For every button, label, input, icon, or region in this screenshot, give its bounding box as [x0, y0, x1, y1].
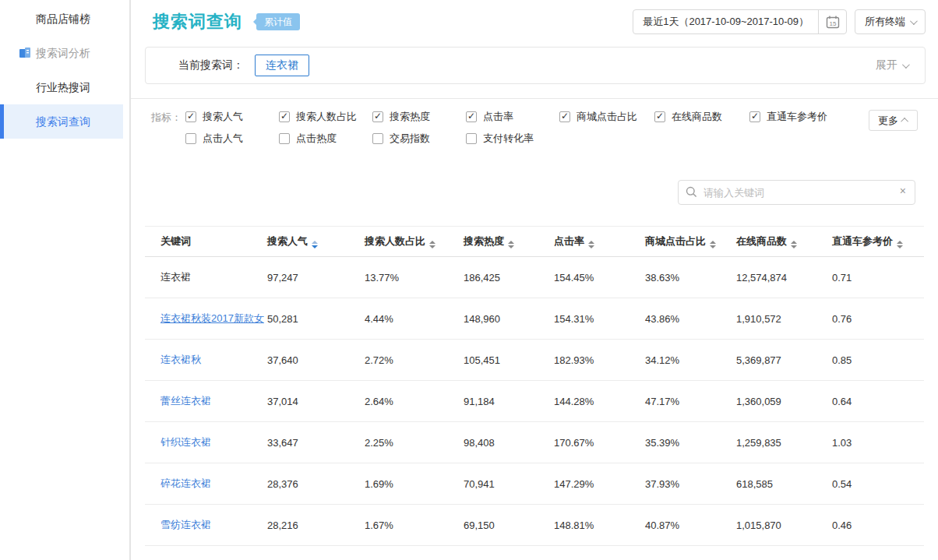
sidebar-item-product-shop-rank[interactable]: 商品店铺榜 — [0, 2, 123, 36]
table-row: 针织连衣裙 33,647 2.25% 98,408 170.67% 35.39%… — [145, 422, 924, 463]
cell-online-products: 5,369,877 — [736, 340, 832, 381]
cell-mall-click-ratio: 35.39% — [645, 422, 736, 463]
checkbox-unchecked-icon[interactable] — [279, 133, 290, 144]
column-header-search-popularity[interactable]: 搜索人气 — [267, 227, 365, 257]
keyword-link[interactable]: 连衣裙秋 — [160, 354, 201, 365]
checkbox-checked-icon[interactable] — [559, 111, 570, 122]
cumulative-badge: 累计值 — [256, 13, 300, 30]
table-row: 雪纺连衣裙 28,216 1.67% 69,150 148.81% 40.87%… — [145, 505, 924, 546]
cell-ztc-ref-price: 0.85 — [832, 340, 924, 381]
metric-checkbox-ztc-ref-price[interactable]: 直通车参考价 — [749, 110, 843, 124]
column-header-searcher-ratio[interactable]: 搜索人数占比 — [365, 227, 464, 257]
cell-mall-click-ratio: 43.86% — [645, 298, 736, 340]
metric-checkbox-click-heat[interactable]: 点击热度 — [279, 132, 372, 146]
sort-icon[interactable] — [429, 241, 436, 248]
cell-click-rate: 148.81% — [554, 505, 645, 546]
metrics-label: 指标： — [151, 110, 185, 153]
table-row: 碎花连衣裙 28,376 1.69% 70,941 147.29% 37.93%… — [145, 463, 924, 505]
cell-online-products: 12,574,874 — [736, 257, 832, 298]
sort-icon[interactable] — [710, 241, 716, 248]
metric-checkbox-searcher-ratio[interactable]: 搜索人数占比 — [279, 110, 372, 124]
metric-checkbox-click-popularity[interactable]: 点击人气 — [185, 132, 279, 146]
topbar: 搜索词查询 累计值 最近1天（2017-10-09~2017-10-09） 15 — [145, 0, 926, 44]
more-button[interactable]: 更多 — [869, 110, 918, 131]
cell-ztc-ref-price: 0.71 — [832, 257, 924, 298]
current-term-chip[interactable]: 连衣裙 — [255, 55, 309, 76]
sort-icon[interactable] — [508, 241, 514, 248]
keyword-link[interactable]: 蕾丝连衣裙 — [160, 395, 211, 407]
chevron-down-icon — [910, 17, 918, 25]
checkbox-unchecked-icon[interactable] — [372, 133, 383, 144]
terminal-select[interactable]: 所有终端 — [855, 9, 926, 34]
cell-search-heat: 186,425 — [464, 257, 554, 298]
date-range-picker[interactable]: 最近1天（2017-10-09~2017-10-09） 15 — [633, 9, 847, 34]
sidebar-item-industry-hot-words[interactable]: 行业热搜词 — [0, 70, 123, 104]
sort-icon[interactable] — [791, 241, 797, 248]
metric-checkbox-mall-click-ratio[interactable]: 商城点击占比 — [559, 110, 654, 124]
search-icon — [686, 186, 697, 198]
checkbox-checked-icon[interactable] — [654, 111, 665, 122]
expand-button[interactable]: 展开 — [876, 58, 908, 72]
keyword-link[interactable]: 雪纺连衣裙 — [160, 519, 211, 530]
keyword-text: 连衣裙 — [160, 271, 191, 283]
checkbox-checked-icon[interactable] — [372, 111, 383, 122]
checkbox-checked-icon[interactable] — [185, 111, 196, 122]
sort-icon[interactable] — [897, 241, 903, 248]
cell-search-popularity: 37,640 — [267, 340, 365, 381]
checkbox-unchecked-icon[interactable] — [466, 133, 477, 144]
metric-checkbox-pay-conversion[interactable]: 支付转化率 — [466, 132, 559, 146]
chevron-down-icon — [902, 61, 910, 69]
sort-icon[interactable] — [312, 241, 318, 248]
checkbox-checked-icon[interactable] — [466, 111, 477, 122]
sidebar-divider — [123, 0, 131, 560]
column-header-ztc-ref-price[interactable]: 直通车参考价 — [832, 227, 924, 257]
column-header-search-heat[interactable]: 搜索热度 — [464, 227, 554, 257]
metric-checkbox-click-rate[interactable]: 点击率 — [466, 110, 559, 124]
checkbox-checked-icon[interactable] — [279, 111, 290, 122]
column-header-online-products[interactable]: 在线商品数 — [736, 227, 832, 257]
keyword-link[interactable]: 碎花连衣裙 — [160, 477, 211, 489]
cell-ztc-ref-price: 0.54 — [832, 463, 924, 505]
sidebar-item-label: 搜索词查询 — [36, 115, 90, 128]
metrics-rows: 搜索人气 搜索人数占比 搜索热度 点击率 — [185, 110, 926, 153]
keyword-link[interactable]: 针织连衣裙 — [160, 436, 211, 448]
checkbox-checked-icon[interactable] — [749, 111, 760, 122]
chevron-up-icon — [901, 118, 908, 125]
top-controls: 最近1天（2017-10-09~2017-10-09） 15 所有终端 — [633, 9, 926, 34]
metric-checkbox-online-products[interactable]: 在线商品数 — [654, 110, 749, 124]
cell-ztc-ref-price: 0.46 — [832, 505, 924, 546]
metric-checkbox-search-popularity[interactable]: 搜索人气 — [185, 110, 279, 124]
cell-mall-click-ratio: 40.87% — [645, 505, 736, 546]
column-header-click-rate[interactable]: 点击率 — [554, 227, 645, 257]
expand-label: 展开 — [876, 58, 897, 72]
keyword-search-input[interactable] — [678, 180, 915, 205]
column-header-keyword: 关键词 — [145, 227, 267, 257]
cell-searcher-ratio: 4.44% — [365, 298, 464, 340]
calendar-icon[interactable]: 15 — [818, 10, 846, 33]
cell-mall-click-ratio: 38.63% — [645, 257, 736, 298]
metric-checkbox-trade-index[interactable]: 交易指数 — [372, 132, 466, 146]
cell-search-popularity: 97,247 — [267, 257, 365, 298]
table-row: 连衣裙 97,247 13.77% 186,425 154.45% 38.63%… — [145, 257, 924, 298]
date-range-text: 最近1天（2017-10-09~2017-10-09） — [633, 10, 818, 33]
cell-search-heat: 91,184 — [464, 381, 554, 422]
table-row: 连衣裙秋装2017新款女 50,281 4.44% 148,960 154.31… — [145, 298, 924, 340]
table-header-row: 关键词 搜索人气 搜索人数占比 搜索热度 点击率 商城点击占 — [145, 227, 924, 257]
cell-click-rate: 147.29% — [554, 463, 645, 505]
clear-input-icon[interactable]: × — [900, 185, 906, 197]
cell-ztc-ref-price: 0.64 — [832, 381, 924, 422]
cell-search-popularity: 37,014 — [267, 381, 365, 422]
sort-icon[interactable] — [588, 241, 594, 248]
keyword-link[interactable]: 连衣裙秋装2017新款女 — [160, 312, 264, 324]
section-divider — [131, 98, 938, 99]
cell-searcher-ratio: 1.69% — [365, 463, 464, 505]
cell-click-rate: 144.28% — [554, 381, 645, 422]
sidebar-item-search-word-query[interactable]: 搜索词查询 — [0, 104, 123, 139]
column-header-mall-click-ratio[interactable]: 商城点击占比 — [645, 227, 736, 257]
cell-searcher-ratio: 13.77% — [365, 257, 464, 298]
cell-click-rate: 170.67% — [554, 422, 645, 463]
checkbox-unchecked-icon[interactable] — [185, 133, 196, 144]
metric-checkbox-search-heat[interactable]: 搜索热度 — [372, 110, 466, 124]
cell-search-heat: 69,150 — [464, 505, 554, 546]
sidebar-item-search-word-analysis[interactable]: 搜索词分析 — [0, 36, 123, 70]
